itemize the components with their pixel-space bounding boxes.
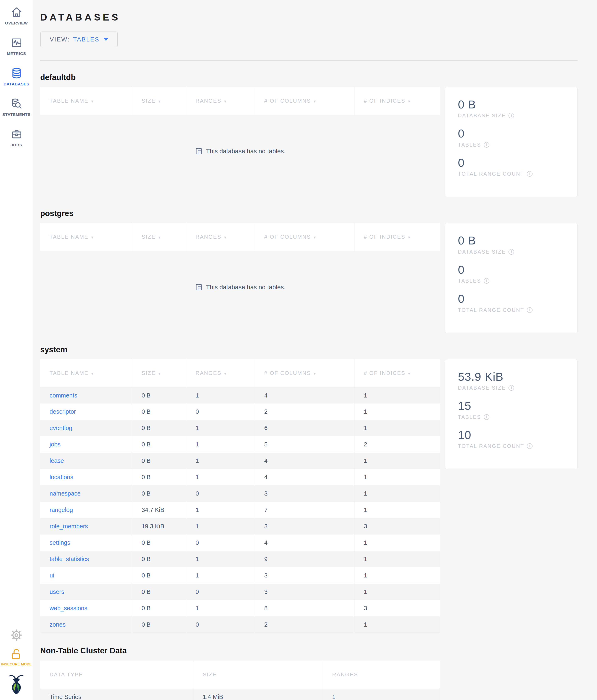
info-icon[interactable]: i xyxy=(484,414,489,420)
column-header-label: SIZE xyxy=(141,234,156,240)
tables-count-value: 15 xyxy=(458,400,565,412)
column-header-table-name[interactable]: TABLE NAME▼ xyxy=(40,223,132,251)
sort-caret-icon: ▼ xyxy=(158,100,162,103)
view-dropdown[interactable]: VIEW: TABLES xyxy=(40,31,118,47)
column-header-label: RANGES xyxy=(196,234,222,240)
info-icon[interactable]: i xyxy=(527,171,533,177)
tables-table: TABLE NAME▼SIZE▼RANGES▼# OF COLUMNS▼# OF… xyxy=(40,359,440,633)
column-header-size[interactable]: SIZE▼ xyxy=(132,223,186,251)
size-cell: 0 B xyxy=(132,453,186,469)
table-link[interactable]: eventlog xyxy=(50,425,72,431)
column-header-of-columns[interactable]: # OF COLUMNS▼ xyxy=(255,87,354,115)
table-name-cell: role_members xyxy=(40,518,132,534)
table-name-cell: table_statistics xyxy=(40,551,132,567)
column-header-of-columns[interactable]: # OF COLUMNS▼ xyxy=(255,223,354,251)
column-header-size[interactable]: SIZE▼ xyxy=(132,359,186,387)
tables-count-label-text: TABLES xyxy=(458,414,481,420)
info-icon[interactable]: i xyxy=(509,385,514,391)
info-icon[interactable]: i xyxy=(484,278,489,284)
info-icon[interactable]: i xyxy=(509,113,514,118)
size-cell: 1.4 MiB xyxy=(193,689,323,700)
table-link[interactable]: ui xyxy=(50,572,54,579)
ranges-cell: 1 xyxy=(186,469,255,485)
column-header-label: # OF INDICES xyxy=(364,234,405,240)
total-range-count-stat: 0TOTAL RANGE COUNTi xyxy=(458,293,565,313)
column-header-ranges[interactable]: RANGES▼ xyxy=(186,87,255,115)
info-icon[interactable]: i xyxy=(509,249,514,255)
indices-count-cell: 3 xyxy=(354,518,440,534)
info-icon[interactable]: i xyxy=(484,142,489,148)
table-link[interactable]: role_members xyxy=(50,523,88,530)
table-link[interactable]: zones xyxy=(50,621,66,628)
column-header-label: SIZE xyxy=(141,370,156,376)
ranges-cell: 0 xyxy=(186,485,255,502)
indices-count-cell: 1 xyxy=(354,567,440,584)
table-link[interactable]: table_statistics xyxy=(50,556,89,562)
total-range-count-stat: 10TOTAL RANGE COUNTi xyxy=(458,429,565,449)
database-section-body: TABLE NAME▼SIZE▼RANGES▼# OF COLUMNS▼# OF… xyxy=(40,87,577,197)
total-range-count-value: 0 xyxy=(458,156,565,169)
metrics-graph-icon xyxy=(10,37,23,49)
database-size-value: 0 B xyxy=(458,234,565,247)
table-link[interactable]: rangelog xyxy=(50,506,73,513)
view-selected-value: TABLES xyxy=(73,36,100,43)
total-range-count-label: TOTAL RANGE COUNTi xyxy=(458,307,565,313)
table-link[interactable]: web_sessions xyxy=(50,605,87,611)
empty-message: This database has no tables. xyxy=(206,284,286,291)
column-header-of-indices[interactable]: # OF INDICES▼ xyxy=(354,87,440,115)
sidebar-item-jobs[interactable]: JOBS xyxy=(0,128,33,147)
table-name-cell: descriptor xyxy=(40,403,132,420)
table-link[interactable]: users xyxy=(50,589,64,595)
column-header-table-name[interactable]: TABLE NAME▼ xyxy=(40,87,132,115)
database-size-value: 53.9 KiB xyxy=(458,371,565,383)
column-header-size[interactable]: SIZE▼ xyxy=(132,87,186,115)
table-name-cell: web_sessions xyxy=(40,600,132,617)
column-header-of-indices[interactable]: # OF INDICES▼ xyxy=(354,359,440,387)
database-stats-card: 0 BDATABASE SIZEi0TABLESi0TOTAL RANGE CO… xyxy=(445,87,577,197)
tables-table: TABLE NAME▼SIZE▼RANGES▼# OF COLUMNS▼# OF… xyxy=(40,87,440,115)
sidebar-item-label: METRICS xyxy=(7,51,26,56)
settings-button[interactable] xyxy=(9,628,23,642)
info-icon[interactable]: i xyxy=(527,307,533,313)
table-link[interactable]: descriptor xyxy=(50,408,76,415)
column-header-ranges[interactable]: RANGES▼ xyxy=(186,359,255,387)
table-header-row: TABLE NAME▼SIZE▼RANGES▼# OF COLUMNS▼# OF… xyxy=(40,359,440,387)
indices-count-cell: 1 xyxy=(354,420,440,436)
database-stats-card: 53.9 KiBDATABASE SIZEi15TABLESi10TOTAL R… xyxy=(445,359,577,469)
column-header-label: SIZE xyxy=(203,671,217,678)
table-name-cell: rangelog xyxy=(40,502,132,518)
column-header-data-type: DATA TYPE xyxy=(40,660,193,689)
column-header-ranges[interactable]: RANGES▼ xyxy=(186,223,255,251)
table-link[interactable]: jobs xyxy=(50,441,60,448)
empty-state: This database has no tables. xyxy=(40,251,440,323)
table-link[interactable]: locations xyxy=(50,474,73,480)
ranges-cell: 1 xyxy=(186,502,255,518)
empty-state-message-row: This database has no tables. xyxy=(194,147,286,155)
table-name-cell: zones xyxy=(40,617,132,633)
database-size-value: 0 B xyxy=(458,98,565,111)
table-link[interactable]: namespace xyxy=(50,490,81,497)
sidebar-item-metrics[interactable]: METRICS xyxy=(0,37,33,56)
column-header-table-name[interactable]: TABLE NAME▼ xyxy=(40,359,132,387)
open-lock-icon xyxy=(10,648,23,660)
column-header-label: SIZE xyxy=(141,98,156,104)
tables-table: TABLE NAME▼SIZE▼RANGES▼# OF COLUMNS▼# OF… xyxy=(40,223,440,251)
table-link[interactable]: settings xyxy=(50,539,70,546)
table-link[interactable]: comments xyxy=(50,392,77,399)
size-cell: 34.7 KiB xyxy=(132,502,186,518)
sidebar-item-statements[interactable]: STATEMENTS xyxy=(0,98,33,117)
sort-caret-icon: ▼ xyxy=(90,235,95,240)
indices-count-cell: 1 xyxy=(354,403,440,420)
column-header-of-indices[interactable]: # OF INDICES▼ xyxy=(354,223,440,251)
main-content: DATABASES VIEW: TABLES defaultdbTABLE NA… xyxy=(33,0,597,700)
ranges-cell: 1 xyxy=(186,518,255,534)
table-row: zones0 B021 xyxy=(40,617,440,633)
sidebar-item-overview[interactable]: OVERVIEW xyxy=(0,6,33,25)
database-size-stat: 0 BDATABASE SIZEi xyxy=(458,234,565,255)
column-header-of-columns[interactable]: # OF COLUMNS▼ xyxy=(255,359,354,387)
size-cell: 0 B xyxy=(132,485,186,502)
sidebar-item-databases[interactable]: DATABASES xyxy=(0,67,33,86)
info-icon[interactable]: i xyxy=(527,443,533,449)
insecure-mode-indicator[interactable]: INSECURE MODE xyxy=(1,648,32,667)
table-link[interactable]: lease xyxy=(50,457,64,464)
